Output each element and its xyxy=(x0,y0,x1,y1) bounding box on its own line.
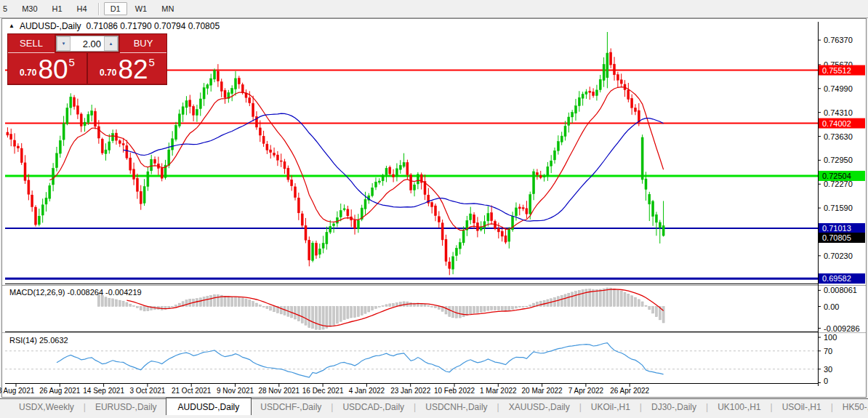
buy-button[interactable]: BUY xyxy=(120,34,166,53)
collapse-panel-icon[interactable]: ▲ xyxy=(9,23,15,29)
buy-price-pip: 5 xyxy=(149,56,155,68)
timeframe-button-w1[interactable]: W1 xyxy=(129,2,154,15)
sell-price-button[interactable]: 0.70 80 5 xyxy=(8,53,87,84)
buy-price-prefix: 0.70 xyxy=(100,68,116,78)
x-axis: 8 Aug 202126 Aug 202114 Sep 20213 Oct 20… xyxy=(0,384,650,395)
x-axis-label: 4 Jan 2022 xyxy=(349,387,385,395)
x-axis-label: 26 Aug 2021 xyxy=(39,387,81,395)
price-tag-0.71013: 0.71013 xyxy=(819,223,865,233)
tab-usdx-weekly[interactable]: USDX,Weekly xyxy=(10,399,83,414)
y-axis-tick: 0.76370 xyxy=(824,36,853,44)
buy-price-button[interactable]: 0.70 82 5 xyxy=(88,53,166,84)
x-axis-label: 1 Mar 2022 xyxy=(480,387,517,395)
tab-ukoil-h1[interactable]: UKOil-,H1 xyxy=(582,399,639,414)
tab-hk50-h1[interactable]: HK50-,H1 xyxy=(834,399,868,414)
one-click-trading-panel: SELL ▼ 2.00 ▲ BUY 0.70 80 5 0.70 82 xyxy=(7,33,167,85)
tab-audusd-daily[interactable]: AUDUSD-,Daily xyxy=(166,398,252,415)
rsi-axis-tick: 0 xyxy=(824,377,828,385)
tab-dj30-daily[interactable]: DJ30-,Daily xyxy=(643,399,705,414)
macd-axis-tick: 0.00 xyxy=(824,302,839,311)
current-price-tag: 0.70805 xyxy=(819,233,865,243)
ma-fast-line xyxy=(49,87,663,230)
volume-increase-button[interactable]: ▲ xyxy=(104,36,118,51)
y-axis-tick: 0.70230 xyxy=(824,252,853,260)
x-axis-label: 3 Oct 2021 xyxy=(129,387,165,395)
buy-price-main: 82 xyxy=(118,59,148,81)
up-arrow-icon: ▲ xyxy=(109,41,113,46)
svg-text:0.75512: 0.75512 xyxy=(822,66,851,75)
rsi-axis-tick: 70 xyxy=(824,347,832,355)
y-axis-tick: 0.74310 xyxy=(824,108,853,117)
x-axis-label: 10 Feb 2022 xyxy=(434,387,475,395)
y-axis-tick: 0.72950 xyxy=(824,156,853,164)
y-axis-tick: 0.74990 xyxy=(824,84,853,93)
macd-axis: 0.0080610.00-0.009286 xyxy=(818,286,860,332)
ma-slow-line xyxy=(124,113,664,221)
price-lines xyxy=(5,71,818,279)
chart-tabbar: USDX,Weekly|EURUSD-,DailyAUDUSD-,DailyUS… xyxy=(0,398,868,418)
trade-panel-top-row: SELL ▼ 2.00 ▲ BUY xyxy=(8,34,166,53)
timeframe-button-d1[interactable]: D1 xyxy=(104,2,127,15)
toolbar-separator xyxy=(98,3,100,15)
x-axis-label: 28 Nov 2021 xyxy=(258,387,300,395)
y-axis-tick: 0.73630 xyxy=(824,132,853,141)
price-tag-0.69582: 0.69582 xyxy=(819,273,865,284)
x-axis-label: 20 Mar 2022 xyxy=(522,387,563,395)
macd-indicator-label: MACD(12,26,9) -0.008264 -0.004219 xyxy=(9,288,142,297)
x-axis-label: 16 Dec 2021 xyxy=(302,387,344,395)
tab-xauusd-daily[interactable]: XAUUSD-,Daily xyxy=(500,399,579,414)
price-tag-0.72504: 0.72504 xyxy=(819,171,865,181)
svg-text:0.74002: 0.74002 xyxy=(822,119,851,128)
tab-usdchf-daily[interactable]: USDCHF-,Daily xyxy=(252,399,330,414)
volume-spinner: ▼ 2.00 ▲ xyxy=(56,36,118,52)
rsi-axis-tick: 100 xyxy=(824,333,837,342)
chart-symbol-label: AUDUSD-,Daily xyxy=(20,21,81,31)
trade-panel-price-row: 0.70 80 5 0.70 82 5 xyxy=(8,53,166,84)
timeframe-button-h1[interactable]: H1 xyxy=(46,2,69,15)
tab-usdcad-daily[interactable]: USDCAD-,Daily xyxy=(334,399,413,414)
timeframe-toolbar: 5M30H1H4D1W1MN xyxy=(0,0,868,18)
price-tag-0.75512: 0.75512 xyxy=(819,65,865,76)
mt4-workspace: 5M30H1H4D1W1MN 0.763700.756700.749900.74… xyxy=(0,0,868,418)
x-axis-label: 26 Apr 2022 xyxy=(610,387,649,395)
tab-usoil-h1[interactable]: USOil-,H1 xyxy=(773,399,830,414)
volume-value[interactable]: 2.00 xyxy=(71,36,104,51)
y-axis-tick: 0.71590 xyxy=(824,204,853,212)
chart-title-bar: ▲ AUDUSD-,Daily 0.71086 0.71790 0.70794 … xyxy=(9,21,220,31)
y-axis-tick: 0.72270 xyxy=(824,180,853,188)
tab-uk100-h1[interactable]: UK100-,H1 xyxy=(709,399,769,414)
svg-text:0.72504: 0.72504 xyxy=(822,172,851,180)
rsi-line xyxy=(57,343,664,377)
volume-decrease-button[interactable]: ▼ xyxy=(57,36,71,51)
chart-ohlc-values: 0.71086 0.71790 0.70794 0.70805 xyxy=(87,21,220,31)
sell-price-prefix: 0.70 xyxy=(20,68,36,78)
tab-eurusd-daily[interactable]: EURUSD-,Daily xyxy=(87,399,166,414)
sell-price-main: 80 xyxy=(38,59,68,81)
x-axis-label: 8 Aug 2021 xyxy=(0,387,35,395)
timeframe-button-5[interactable]: 5 xyxy=(0,2,14,15)
macd-axis-tick: -0.009286 xyxy=(824,324,860,333)
x-axis-label: 14 Sep 2021 xyxy=(83,387,124,395)
rsi-axis: 10070300 xyxy=(818,333,837,385)
rsi-indicator-label: RSI(14) 25.0632 xyxy=(9,336,68,345)
x-axis-label: 23 Jan 2022 xyxy=(390,387,430,395)
timeframe-button-mn[interactable]: MN xyxy=(155,2,180,15)
svg-text:0.71013: 0.71013 xyxy=(822,224,851,233)
sell-price-pip: 5 xyxy=(69,56,75,68)
tab-usdcnh-daily[interactable]: USDCNH-,Daily xyxy=(417,399,496,414)
rsi-axis-tick: 30 xyxy=(824,365,832,374)
x-axis-label: 21 Oct 2021 xyxy=(172,387,212,395)
timeframe-button-m30[interactable]: M30 xyxy=(15,2,44,15)
x-axis-label: 7 Apr 2022 xyxy=(568,387,604,395)
price-tag-0.74002: 0.74002 xyxy=(819,118,865,129)
x-axis-label: 9 Nov 2021 xyxy=(217,387,254,395)
svg-text:0.70805: 0.70805 xyxy=(822,233,851,242)
svg-text:0.69582: 0.69582 xyxy=(822,274,851,283)
down-arrow-icon: ▼ xyxy=(62,41,66,46)
sell-button[interactable]: SELL xyxy=(8,34,55,53)
macd-axis-tick: 0.008061 xyxy=(824,286,857,294)
timeframe-button-h4[interactable]: H4 xyxy=(71,2,94,15)
